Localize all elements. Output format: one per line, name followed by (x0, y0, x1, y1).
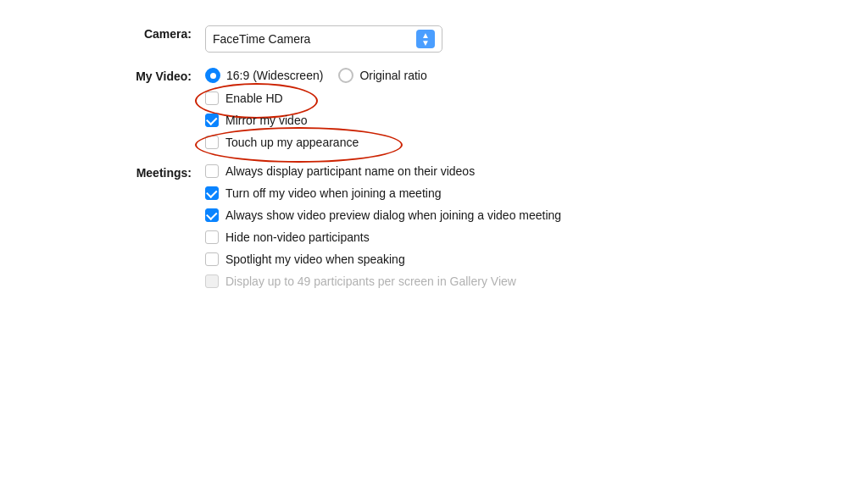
camera-controls: FaceTime Camera ▲ ▼ (205, 25, 765, 53)
radio-widescreen[interactable]: 16:9 (Widescreen) (205, 68, 323, 83)
touch-up-oval-wrapper (205, 136, 219, 149)
show-preview-label: Always show video preview dialog when jo… (225, 208, 561, 222)
enable-hd-oval-wrapper (205, 91, 219, 105)
camera-label: Camera: (103, 25, 205, 41)
display-name-label: Always display participant name on their… (225, 164, 475, 178)
touch-up-checkbox[interactable] (205, 136, 219, 149)
checkbox-turn-off-video[interactable]: Turn off my video when joining a meeting (205, 186, 765, 200)
hide-non-video-checkbox[interactable] (205, 230, 219, 244)
my-video-row: My Video: 16:9 (Widescreen) Original rat… (103, 68, 765, 149)
camera-device-name: FaceTime Camera (213, 32, 310, 46)
meetings-label: Meetings: (103, 164, 205, 180)
aspect-ratio-group: 16:9 (Widescreen) Original ratio (205, 68, 765, 83)
camera-select-wrapper: FaceTime Camera ▲ ▼ (205, 25, 765, 53)
mirror-video-label: Mirror my video (225, 114, 307, 127)
checkbox-spotlight[interactable]: Spotlight my video when speaking (205, 252, 765, 266)
my-video-label: My Video: (103, 68, 205, 83)
checkbox-mirror-video[interactable]: Mirror my video (205, 114, 765, 127)
show-preview-checkbox[interactable] (205, 208, 219, 222)
radio-original-circle (338, 68, 353, 83)
radio-original[interactable]: Original ratio (338, 68, 426, 83)
meetings-controls: Always display participant name on their… (205, 164, 765, 288)
spotlight-label: Spotlight my video when speaking (225, 252, 405, 266)
checkbox-touch-up[interactable]: Touch up my appearance (205, 136, 765, 149)
checkbox-gallery-49: Display up to 49 participants per screen… (205, 274, 765, 288)
touch-up-label: Touch up my appearance (225, 136, 359, 149)
my-video-controls: 16:9 (Widescreen) Original ratio Enable … (205, 68, 765, 149)
checkbox-enable-hd[interactable]: Enable HD (205, 91, 765, 105)
meetings-row: Meetings: Always display participant nam… (103, 164, 765, 288)
gallery-49-label: Display up to 49 participants per screen… (225, 274, 516, 288)
checkbox-show-preview[interactable]: Always show video preview dialog when jo… (205, 208, 765, 222)
turn-off-video-checkbox[interactable] (205, 186, 219, 200)
checkbox-hide-non-video[interactable]: Hide non-video participants (205, 230, 765, 244)
hide-non-video-label: Hide non-video participants (225, 230, 370, 244)
settings-panel: Camera: FaceTime Camera ▲ ▼ My Video: (103, 25, 765, 288)
mirror-video-checkbox[interactable] (205, 114, 219, 127)
radio-original-label: Original ratio (359, 69, 426, 82)
enable-hd-label: Enable HD (225, 91, 283, 105)
gallery-49-checkbox (205, 274, 219, 288)
checkbox-display-name[interactable]: Always display participant name on their… (205, 164, 765, 178)
enable-hd-checkbox[interactable] (205, 91, 219, 105)
display-name-checkbox[interactable] (205, 164, 219, 178)
camera-select-arrow[interactable]: ▲ ▼ (416, 30, 435, 48)
camera-select[interactable]: FaceTime Camera ▲ ▼ (205, 25, 442, 53)
arrow-down-icon: ▼ (421, 39, 430, 47)
radio-widescreen-circle (205, 68, 220, 83)
spotlight-checkbox[interactable] (205, 252, 219, 266)
camera-row: Camera: FaceTime Camera ▲ ▼ (103, 25, 765, 53)
turn-off-video-label: Turn off my video when joining a meeting (225, 186, 441, 200)
radio-widescreen-label: 16:9 (Widescreen) (226, 69, 323, 82)
